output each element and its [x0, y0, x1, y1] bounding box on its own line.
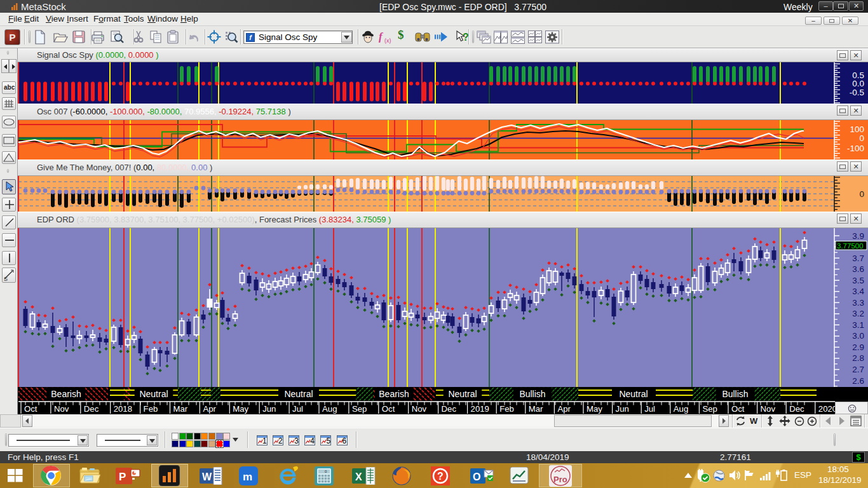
- svg-text:Jul: Jul: [644, 404, 655, 414]
- svg-text:3.3: 3.3: [852, 298, 864, 308]
- svg-text:3.5: 3.5: [852, 276, 864, 285]
- svg-text:f: f: [379, 30, 384, 43]
- svg-text:W: W: [202, 471, 212, 482]
- svg-text:3.1: 3.1: [852, 320, 864, 330]
- svg-text:3.6: 3.6: [852, 264, 864, 274]
- svg-text:Neutral: Neutral: [139, 389, 168, 399]
- svg-text:3.7: 3.7: [852, 254, 864, 263]
- svg-text:Aug: Aug: [322, 404, 337, 414]
- svg-text:2019: 2019: [471, 404, 489, 414]
- svg-text:Neutral: Neutral: [448, 389, 477, 399]
- svg-text:Dec: Dec: [442, 404, 457, 414]
- svg-text:Nov: Nov: [54, 404, 69, 414]
- svg-text:Oct: Oct: [24, 404, 37, 414]
- svg-text:Bearish: Bearish: [379, 389, 409, 399]
- svg-text:-100: -100: [847, 144, 864, 153]
- svg-text:Apr: Apr: [557, 404, 571, 414]
- svg-text:P: P: [119, 471, 126, 483]
- svg-text:2018: 2018: [114, 404, 132, 414]
- svg-text:X: X: [355, 471, 362, 482]
- svg-text:0: 0: [859, 133, 864, 143]
- svg-text:3.77500: 3.77500: [837, 242, 864, 250]
- svg-text:Pro: Pro: [553, 475, 567, 484]
- svg-text:100: 100: [850, 125, 864, 134]
- svg-text:2.9: 2.9: [852, 342, 864, 352]
- svg-text:Feb: Feb: [144, 404, 158, 414]
- svg-text:May: May: [587, 404, 602, 414]
- svg-text:Nov: Nov: [412, 404, 427, 414]
- svg-text:Bullish: Bullish: [722, 389, 748, 399]
- svg-text:Jun: Jun: [616, 404, 629, 414]
- svg-text:Mar: Mar: [529, 404, 543, 414]
- svg-text:Sep: Sep: [702, 404, 717, 414]
- svg-text:S: S: [4, 276, 8, 281]
- svg-text:Feb: Feb: [499, 404, 514, 414]
- svg-text:Dec: Dec: [789, 404, 804, 414]
- svg-text:Mar: Mar: [173, 404, 188, 414]
- svg-text:Neutral: Neutral: [619, 389, 648, 399]
- svg-text:Jul: Jul: [292, 404, 303, 414]
- svg-text:Bearish: Bearish: [51, 389, 81, 399]
- svg-text:Nov: Nov: [761, 404, 776, 414]
- svg-text:?: ?: [437, 471, 444, 482]
- svg-text:Bullish: Bullish: [519, 389, 545, 399]
- svg-text:3.0: 3.0: [852, 331, 864, 341]
- svg-text:Oct: Oct: [382, 404, 395, 414]
- svg-text:Sep: Sep: [352, 404, 367, 414]
- svg-text:2.7: 2.7: [852, 365, 864, 374]
- svg-text:Jun: Jun: [262, 404, 276, 414]
- svg-text:Dec: Dec: [84, 404, 99, 414]
- svg-text:O: O: [473, 471, 480, 482]
- svg-text:Neutral: Neutral: [284, 389, 313, 399]
- svg-text:3.2: 3.2: [852, 309, 864, 318]
- svg-text:(x): (x): [384, 37, 391, 44]
- svg-text:0: 0: [859, 189, 864, 199]
- svg-text:Aug: Aug: [674, 404, 688, 414]
- svg-text:2020: 2020: [818, 404, 837, 414]
- svg-text:Oct: Oct: [731, 404, 745, 414]
- svg-text:-0.5: -0.5: [850, 88, 864, 97]
- svg-text:3.9: 3.9: [852, 231, 864, 241]
- svg-text:3.4: 3.4: [852, 287, 864, 296]
- svg-text:Apr: Apr: [203, 404, 216, 414]
- svg-text:2.8: 2.8: [852, 353, 864, 363]
- svg-text:2.6: 2.6: [852, 376, 864, 386]
- svg-text:m: m: [243, 471, 252, 483]
- svg-text:May: May: [233, 404, 248, 414]
